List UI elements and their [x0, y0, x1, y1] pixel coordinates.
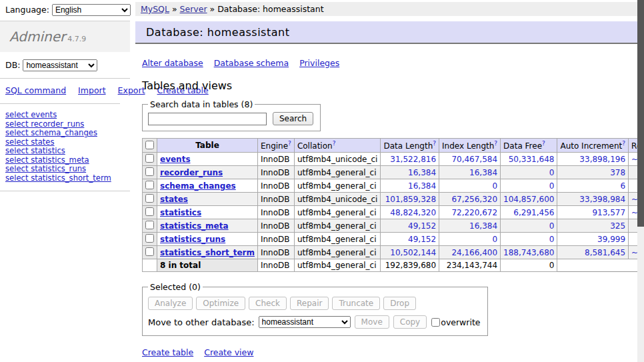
collation-cell: utf8mb4_unicode_ci: [294, 193, 381, 206]
app-logo: Adminer: [9, 29, 65, 45]
data_length-cell: 48,824,320: [381, 206, 439, 219]
scrollbar-thumb[interactable]: [637, 0, 644, 227]
sidebar: Language:English Adminer4.7.9 DB:homeass…: [0, 0, 130, 362]
column-help-collation[interactable]: ?: [333, 140, 336, 147]
sidebar-action-sql-command[interactable]: SQL command: [5, 85, 66, 95]
content: Alter databaseDatabase schemaPrivileges …: [130, 58, 644, 362]
create-links: Create tableCreate view: [142, 347, 644, 357]
adminer-page: Language:English Adminer4.7.9 DB:homeass…: [0, 0, 637, 362]
column-help-data-length[interactable]: ?: [433, 140, 436, 147]
table-link-statistics-runs[interactable]: statistics_runs: [160, 235, 225, 244]
row-checkbox-statistics[interactable]: [145, 207, 154, 216]
row-checkbox-statistics-meta[interactable]: [145, 221, 154, 229]
selected-fieldset: Selected (0) AnalyzeOptimizeCheckRepairT…: [142, 282, 488, 336]
data_length-cell: 31,522,816: [381, 153, 439, 166]
sidebar-link-select-schema-changes[interactable]: select schema_changes: [5, 129, 97, 137]
vertical-scrollbar[interactable]: [637, 0, 644, 362]
table-link-schema-changes[interactable]: schema_changes: [160, 181, 236, 191]
index_length-cell: 24,166,400: [439, 246, 501, 259]
table-link-recorder-runs[interactable]: recorder_runs: [160, 168, 223, 177]
sidebar-link-select-recorder-runs[interactable]: select recorder_runs: [5, 120, 84, 129]
table-row: statesInnoDButf8mb4_unicode_ci101,859,32…: [143, 193, 644, 206]
table-link-statistics-short-term[interactable]: statistics_short_term: [160, 248, 255, 257]
repair-button[interactable]: Repair: [290, 297, 329, 310]
search-button[interactable]: Search: [273, 112, 313, 125]
table-name-cell: statistics_short_term: [157, 246, 258, 259]
move-button[interactable]: Move: [355, 315, 389, 329]
column-header-data-free: Data Free?: [501, 139, 557, 153]
table-link-events[interactable]: events: [160, 155, 191, 164]
collation-cell: utf8mb4_general_ci: [294, 233, 381, 246]
collation-cell: utf8mb4_general_ci: [294, 179, 381, 193]
db-selector-row: DB:homeassistant: [0, 52, 130, 79]
column-header-auto-increment: Auto Increment?: [557, 139, 629, 153]
row-checkbox-states[interactable]: [145, 194, 154, 203]
copy-button[interactable]: Copy: [393, 315, 427, 329]
column-help-auto-increment[interactable]: ?: [622, 140, 625, 147]
topbar: MySQL»Server»Database: homeassistant: [135, 2, 644, 16]
engine-cell: InnoDB: [257, 153, 294, 166]
auto_increment-cell: 33,898,196: [557, 153, 629, 166]
index_length-cell: 16,384: [439, 219, 501, 233]
row-checkbox-events[interactable]: [145, 154, 154, 163]
column-help-engine[interactable]: ?: [288, 140, 291, 147]
sidebar-link-select-states[interactable]: select states: [5, 138, 55, 147]
auto_increment-cell: 8,581,645: [557, 246, 629, 259]
breadcrumb-link-server[interactable]: Server: [180, 4, 207, 14]
table-name-cell: states: [157, 193, 258, 206]
language-label: Language:: [5, 5, 49, 15]
collation-cell: utf8mb4_general_ci: [294, 166, 381, 179]
table-name-cell: statistics_runs: [157, 233, 258, 246]
tables-list-header: TableEngine?Collation?Data Length?Index …: [143, 139, 644, 153]
sidebar-link-select-statistics-meta[interactable]: select statistics_meta: [5, 156, 89, 165]
db-nav-alter-database[interactable]: Alter database: [142, 58, 203, 68]
create-link-create-table[interactable]: Create table: [142, 347, 193, 357]
table-link-states[interactable]: states: [160, 195, 188, 204]
table-name-cell: events: [157, 153, 258, 166]
table-link-statistics-meta[interactable]: statistics_meta: [160, 221, 229, 231]
breadcrumb-link-mysql[interactable]: MySQL: [141, 4, 169, 14]
data_free-cell: 6,291,456: [501, 206, 557, 219]
engine-cell: InnoDB: [257, 246, 294, 259]
search-legend: Search data in tables (8): [148, 99, 255, 109]
engine-cell: InnoDB: [257, 233, 294, 246]
overwrite-label: overwrite: [441, 317, 480, 327]
data_length-cell: 10,502,144: [381, 246, 439, 259]
check-button[interactable]: Check: [249, 297, 287, 310]
row-checkbox-recorder-runs[interactable]: [145, 167, 154, 176]
db-select[interactable]: homeassistant: [23, 59, 97, 71]
data_free-cell: 0: [501, 179, 557, 193]
optimize-button[interactable]: Optimize: [196, 297, 245, 310]
drop-button[interactable]: Drop: [383, 297, 416, 310]
index_length-cell: 0: [439, 179, 501, 193]
column-help-data-free[interactable]: ?: [542, 140, 545, 147]
truncate-button[interactable]: Truncate: [332, 297, 380, 310]
sidebar-link-select-statistics[interactable]: select statistics: [5, 147, 65, 155]
table-row: statisticsInnoDButf8mb4_general_ci48,824…: [143, 206, 644, 219]
select-all-checkbox[interactable]: [145, 141, 154, 149]
column-header-index-length: Index Length?: [439, 139, 501, 153]
sidebar-link-select-events[interactable]: select events: [5, 111, 57, 119]
db-nav-database-schema[interactable]: Database schema: [214, 58, 289, 68]
row-checkbox-statistics-short-term[interactable]: [145, 247, 154, 256]
table-row: statistics_metaInnoDButf8mb4_general_ci4…: [143, 219, 644, 233]
column-help-index-length[interactable]: ?: [494, 140, 497, 147]
overwrite-checkbox[interactable]: [431, 318, 440, 327]
create-link-create-view[interactable]: Create view: [204, 347, 253, 357]
search-input[interactable]: [148, 113, 267, 125]
table-link-statistics[interactable]: statistics: [160, 208, 201, 217]
tables-list: TableEngine?Collation?Data Length?Index …: [142, 138, 644, 272]
db-nav-privileges[interactable]: Privileges: [299, 58, 339, 68]
analyze-button[interactable]: Analyze: [148, 297, 193, 310]
sidebar-link-select-statistics-runs[interactable]: select statistics_runs: [5, 165, 86, 173]
sidebar-action-import[interactable]: Import: [78, 85, 106, 95]
row-checkbox-schema-changes[interactable]: [145, 181, 154, 189]
language-select[interactable]: English: [52, 4, 131, 16]
sidebar-link-select-statistics-short-term[interactable]: select statistics_short_term: [5, 174, 111, 183]
collation-cell: utf8mb4_general_ci: [294, 206, 381, 219]
row-checkbox-statistics-runs[interactable]: [145, 234, 154, 243]
breadcrumb-current: Database: homeassistant: [217, 4, 323, 14]
move-db-select[interactable]: homeassistant: [259, 316, 351, 328]
table-row: schema_changesInnoDButf8mb4_general_ci16…: [143, 179, 644, 193]
index_length-cell: 70,467,584: [439, 153, 501, 166]
